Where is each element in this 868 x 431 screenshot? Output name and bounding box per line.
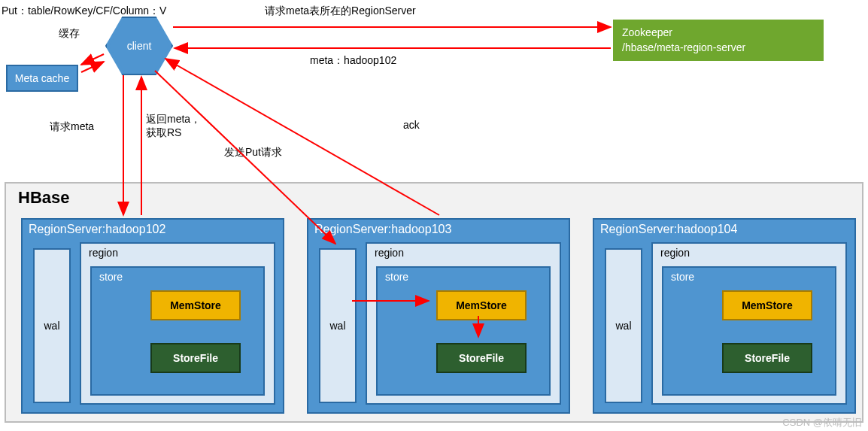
- svg-line-2: [81, 54, 104, 65]
- rs103-region-label: region: [375, 247, 404, 259]
- rs104-store-label: store: [671, 271, 694, 283]
- regionserver-102: RegionServer:hadoop102 wal region store …: [21, 218, 284, 414]
- put-expression: Put：table/RowKey/CF/Column：V: [2, 5, 166, 18]
- rs104-title: RegionServer:hadoop104: [600, 223, 737, 236]
- rs102-memstore-label: MemStore: [170, 299, 221, 311]
- rs104-memstore-label: MemStore: [742, 299, 793, 311]
- arrow-send-put: 发送Put请求: [224, 146, 282, 159]
- arrow-req-meta-rs: 请求meta表所在的RegionServer: [265, 5, 416, 18]
- rs104-store: store MemStore StoreFile: [662, 266, 836, 396]
- arrow-req-meta: 请求meta: [50, 120, 94, 134]
- rs102-storefile: StoreFile: [150, 343, 241, 373]
- rs102-memstore: MemStore: [150, 290, 241, 320]
- rs103-wal-label: wal: [329, 320, 345, 332]
- rs102-region-label: region: [89, 247, 118, 259]
- svg-line-3: [81, 62, 104, 72]
- rs103-region: region store MemStore StoreFile: [366, 242, 561, 405]
- rs102-wal-label: wal: [44, 320, 59, 332]
- rs104-storefile: StoreFile: [722, 343, 812, 373]
- rs103-memstore: MemStore: [436, 290, 527, 320]
- rs102-region: region store MemStore StoreFile: [80, 242, 275, 405]
- hbase-title: HBase: [18, 188, 69, 208]
- meta-cache-box: Meta cache: [6, 65, 78, 92]
- rs103-wal: wal: [319, 248, 357, 403]
- zookeeper-box: Zookeeper /hbase/meta-region-server: [613, 20, 824, 61]
- rs104-storefile-label: StoreFile: [745, 352, 790, 364]
- hbase-panel: HBase RegionServer:hadoop102 wal region …: [5, 182, 863, 423]
- rs104-wal-label: wal: [615, 320, 631, 332]
- rs102-store-label: store: [99, 271, 123, 283]
- rs102-title: RegionServer:hadoop102: [29, 223, 165, 236]
- rs102-wal: wal: [33, 248, 71, 403]
- rs103-title: RegionServer:hadoop103: [314, 223, 451, 236]
- rs103-storefile-label: StoreFile: [459, 352, 504, 364]
- rs103-store-label: store: [385, 271, 408, 283]
- arrow-meta-return: meta：hadoop102: [310, 54, 396, 68]
- cache-label: 缓存: [59, 27, 80, 41]
- zookeeper-line2: /hbase/meta-region-server: [622, 41, 815, 56]
- meta-cache-label: Meta cache: [15, 72, 69, 84]
- rs104-region-label: region: [660, 247, 690, 259]
- watermark: CSDN @依晴无旧: [782, 416, 862, 429]
- rs104-wal: wal: [605, 248, 642, 403]
- regionserver-104: RegionServer:hadoop104 wal region store …: [593, 218, 856, 414]
- rs102-store: store MemStore StoreFile: [90, 266, 265, 396]
- rs102-storefile-label: StoreFile: [173, 352, 218, 364]
- regionserver-103: RegionServer:hadoop103 wal region store …: [307, 218, 570, 414]
- rs103-storefile: StoreFile: [436, 343, 527, 373]
- zookeeper-line1: Zookeeper: [622, 26, 815, 41]
- arrow-return-meta: 返回meta， 获取RS: [146, 113, 201, 140]
- client-node: client: [105, 17, 173, 75]
- rs104-region: region store MemStore StoreFile: [651, 242, 847, 405]
- rs104-memstore: MemStore: [722, 290, 812, 320]
- arrow-ack: ack: [403, 119, 420, 131]
- rs103-memstore-label: MemStore: [456, 299, 507, 311]
- client-label: client: [127, 40, 152, 52]
- rs103-store: store MemStore StoreFile: [376, 266, 551, 396]
